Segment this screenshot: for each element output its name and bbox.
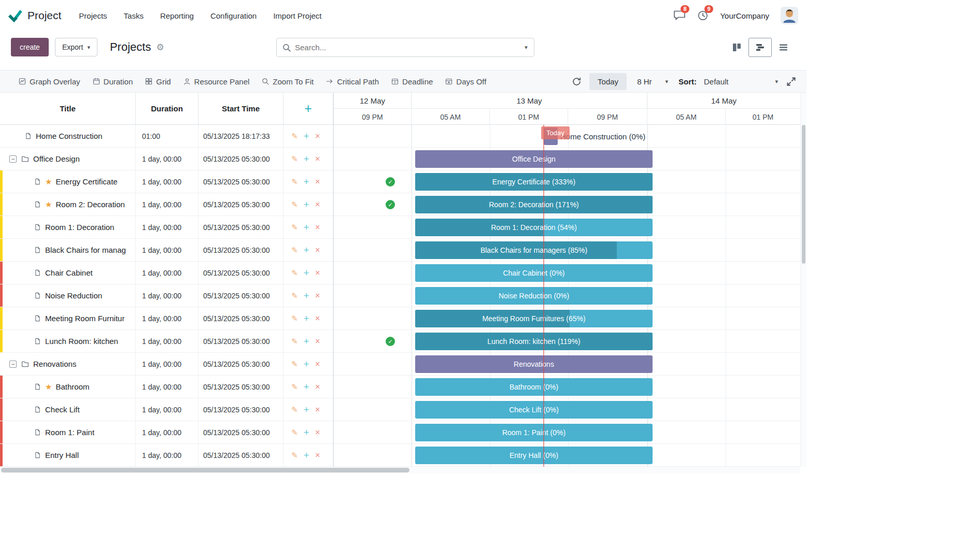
- gantt-bar[interactable]: Entry Hall (0%): [415, 447, 653, 464]
- settings-gear-icon[interactable]: ⚙: [156, 42, 164, 53]
- edit-icon[interactable]: ✎: [291, 291, 298, 300]
- edit-icon[interactable]: ✎: [291, 268, 298, 278]
- horizontal-scrollbar-thumb[interactable]: [1, 468, 409, 472]
- delete-icon[interactable]: ×: [315, 405, 320, 415]
- toolbar-resource-button[interactable]: Resource Panel: [183, 77, 250, 86]
- delete-icon[interactable]: ×: [315, 131, 320, 141]
- gantt-bar[interactable]: Energy Certificate (333%): [415, 173, 653, 191]
- refresh-icon[interactable]: [572, 77, 581, 86]
- delete-icon[interactable]: ×: [315, 222, 320, 233]
- edit-icon[interactable]: ✎: [291, 154, 298, 164]
- gantt-bar[interactable]: Lunch Room: kitchen (119%): [415, 333, 653, 350]
- fullscreen-icon[interactable]: [786, 77, 796, 87]
- gantt-view-icon[interactable]: [748, 38, 772, 57]
- edit-icon[interactable]: ✎: [291, 246, 298, 255]
- menu-configuration[interactable]: Configuration: [210, 11, 257, 20]
- star-icon[interactable]: ★: [45, 382, 52, 392]
- edit-icon[interactable]: ✎: [291, 177, 298, 186]
- today-button[interactable]: Today: [589, 73, 627, 90]
- edit-icon[interactable]: ✎: [291, 382, 298, 392]
- toolbar-critical-button[interactable]: Critical Path: [326, 77, 379, 86]
- add-subtask-icon[interactable]: +: [304, 153, 309, 165]
- delete-icon[interactable]: ×: [315, 268, 320, 278]
- gantt-bar[interactable]: Check Lift (0%): [415, 401, 653, 419]
- kanban-view-icon[interactable]: [725, 38, 748, 57]
- edit-icon[interactable]: ✎: [291, 428, 298, 437]
- add-subtask-icon[interactable]: +: [304, 222, 309, 233]
- gantt-bar[interactable]: Room 1: Decoration (54%): [415, 219, 653, 236]
- vertical-scrollbar[interactable]: [800, 93, 807, 467]
- search-input[interactable]: [295, 43, 518, 52]
- toolbar-zoom-button[interactable]: Zoom To Fit: [262, 77, 314, 86]
- toolbar-deadline-button[interactable]: Deadline: [391, 77, 433, 86]
- create-button[interactable]: create: [11, 38, 49, 56]
- gantt-bar[interactable]: Bathroom (0%): [415, 378, 653, 396]
- add-subtask-icon[interactable]: +: [304, 358, 309, 370]
- delete-icon[interactable]: ×: [315, 291, 320, 301]
- toolbar-graph-overlay-button[interactable]: Graph Overlay: [19, 77, 80, 86]
- add-task-button[interactable]: +: [304, 101, 312, 116]
- menu-projects[interactable]: Projects: [79, 11, 107, 20]
- add-subtask-icon[interactable]: +: [304, 450, 309, 461]
- scale-select[interactable]: 8 Hr ▾: [635, 77, 670, 86]
- collapse-toggle-icon[interactable]: −: [9, 361, 17, 368]
- delete-icon[interactable]: ×: [315, 382, 320, 392]
- edit-icon[interactable]: ✎: [291, 360, 298, 369]
- delete-icon[interactable]: ×: [315, 427, 320, 438]
- edit-icon[interactable]: ✎: [291, 132, 298, 141]
- add-subtask-icon[interactable]: +: [304, 381, 309, 393]
- toolbar-grid-button[interactable]: Grid: [145, 77, 171, 86]
- gantt-bar[interactable]: Renovations: [415, 355, 653, 373]
- star-icon[interactable]: ★: [45, 177, 52, 186]
- add-subtask-icon[interactable]: +: [304, 427, 309, 438]
- star-icon[interactable]: ★: [45, 200, 52, 209]
- add-subtask-icon[interactable]: +: [304, 245, 309, 256]
- add-subtask-icon[interactable]: +: [304, 267, 309, 279]
- messages-icon[interactable]: 8: [673, 10, 686, 21]
- gantt-bar[interactable]: Meeting Room Furnitures (65%): [415, 310, 653, 327]
- add-subtask-icon[interactable]: +: [304, 131, 309, 142]
- gantt-bar[interactable]: Room 1: Paint (0%): [415, 424, 653, 441]
- edit-icon[interactable]: ✎: [291, 405, 298, 414]
- add-subtask-icon[interactable]: +: [304, 404, 309, 415]
- delete-icon[interactable]: ×: [315, 359, 320, 369]
- delete-icon[interactable]: ×: [315, 154, 320, 164]
- menu-import-project[interactable]: Import Project: [273, 11, 321, 20]
- gantt-bar[interactable]: Chair Cabinet (0%): [415, 264, 653, 282]
- company-name[interactable]: YourCompany: [720, 11, 769, 20]
- edit-icon[interactable]: ✎: [291, 337, 298, 346]
- edit-icon[interactable]: ✎: [291, 223, 298, 232]
- collapse-toggle-icon[interactable]: −: [9, 155, 17, 163]
- gantt-bar[interactable]: Black Chairs for managers (85%): [415, 241, 653, 259]
- add-subtask-icon[interactable]: +: [304, 313, 309, 324]
- horizontal-scrollbar[interactable]: [0, 467, 800, 473]
- list-view-icon[interactable]: [772, 38, 795, 57]
- toolbar-duration-button[interactable]: Duration: [93, 77, 133, 86]
- edit-icon[interactable]: ✎: [291, 200, 298, 209]
- search-dropdown-icon[interactable]: ▾: [518, 38, 534, 56]
- edit-icon[interactable]: ✎: [291, 314, 298, 323]
- edit-icon[interactable]: ✎: [291, 451, 298, 460]
- activities-icon[interactable]: 9: [697, 10, 709, 21]
- add-subtask-icon[interactable]: +: [304, 199, 309, 210]
- delete-icon[interactable]: ×: [315, 199, 320, 210]
- menu-tasks[interactable]: Tasks: [124, 11, 144, 20]
- delete-icon[interactable]: ×: [315, 313, 320, 324]
- add-subtask-icon[interactable]: +: [304, 290, 309, 301]
- gantt-bar[interactable]: Room 2: Decoration (171%): [415, 196, 653, 213]
- sort-select[interactable]: Sort: Default ▾: [678, 77, 778, 86]
- add-subtask-icon[interactable]: +: [304, 176, 309, 188]
- gantt-bar[interactable]: Office Design: [415, 150, 653, 168]
- gantt-bar[interactable]: Noise Reduction (0%): [415, 287, 653, 305]
- delete-icon[interactable]: ×: [315, 245, 320, 255]
- delete-icon[interactable]: ×: [315, 336, 320, 347]
- add-subtask-icon[interactable]: +: [304, 336, 309, 347]
- toolbar-daysoff-button[interactable]: Days Off: [445, 77, 486, 86]
- vertical-scrollbar-thumb[interactable]: [802, 125, 805, 264]
- delete-icon[interactable]: ×: [315, 450, 320, 461]
- user-avatar[interactable]: [781, 7, 798, 24]
- menu-reporting[interactable]: Reporting: [160, 11, 194, 20]
- priority-strip: [0, 284, 3, 307]
- delete-icon[interactable]: ×: [315, 177, 320, 187]
- export-button[interactable]: Export ▾: [55, 38, 97, 56]
